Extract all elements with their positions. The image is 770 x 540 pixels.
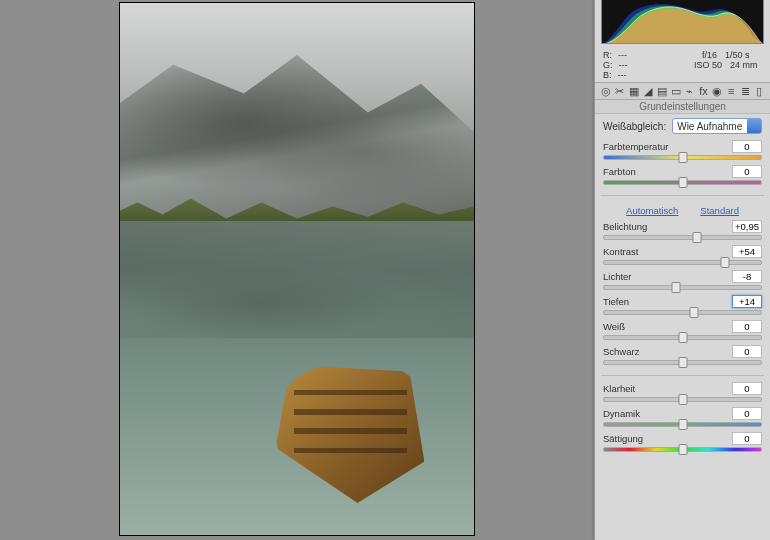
tool-strip: ◎ ✂ ▦ ◢ ▤ ▭ ⌁ fx ◉ ≡ ≣ ▯ <box>595 82 770 100</box>
tool-wb-picker-icon[interactable]: ◢ <box>641 85 655 97</box>
default-link[interactable]: Standard <box>700 205 739 216</box>
blacks-label: Schwarz <box>603 346 639 357</box>
temp-value[interactable] <box>732 140 762 153</box>
clarity-label: Klarheit <box>603 383 635 394</box>
saturation-slider[interactable] <box>603 445 762 454</box>
whites-slider[interactable] <box>603 333 762 342</box>
exif-iso: ISO 50 <box>694 60 722 70</box>
tool-presets-icon[interactable]: ≡ <box>724 85 738 97</box>
clarity-slider[interactable] <box>603 395 762 404</box>
g-value: --- <box>619 60 628 70</box>
b-value: --- <box>618 70 627 80</box>
tool-straighten-icon[interactable]: ▦ <box>627 85 641 97</box>
tool-zoom-icon[interactable]: ◎ <box>599 85 613 97</box>
contrast-slider[interactable] <box>603 258 762 267</box>
temp-slider[interactable] <box>603 153 762 162</box>
vibrance-slider[interactable] <box>603 420 762 429</box>
panel-section-title: Grundeinstellungen <box>595 100 770 114</box>
tool-grid-icon[interactable]: ▤ <box>655 85 669 97</box>
highlights-slider[interactable] <box>603 283 762 292</box>
wb-select[interactable]: Wie Aufnahme <box>672 118 762 134</box>
tool-curve-icon[interactable]: ⌁ <box>683 85 697 97</box>
exposure-value[interactable] <box>732 220 762 233</box>
develop-panel: R:--- G:--- B:--- f/161/50 s ISO 5024 mm… <box>594 0 770 540</box>
shadows-slider[interactable] <box>603 308 762 317</box>
b-label: B: <box>603 70 612 80</box>
tool-list-icon[interactable]: ≣ <box>738 85 752 97</box>
tool-aspect-icon[interactable]: ▭ <box>669 85 683 97</box>
tool-panel-icon[interactable]: ▯ <box>752 85 766 97</box>
temp-label: Farbtemperatur <box>603 141 668 152</box>
saturation-label: Sättigung <box>603 433 643 444</box>
tint-slider[interactable] <box>603 178 762 187</box>
whites-value[interactable] <box>732 320 762 333</box>
vibrance-value[interactable] <box>732 407 762 420</box>
image-canvas[interactable] <box>0 0 594 540</box>
tool-crop-icon[interactable]: ✂ <box>613 85 627 97</box>
exposure-label: Belichtung <box>603 221 647 232</box>
highlights-label: Lichter <box>603 271 632 282</box>
exposure-slider[interactable] <box>603 233 762 242</box>
shadows-value[interactable] <box>732 295 762 308</box>
exif-shutter: 1/50 s <box>725 50 750 60</box>
shadows-label: Tiefen <box>603 296 629 307</box>
histogram[interactable] <box>601 0 764 44</box>
blacks-slider[interactable] <box>603 358 762 367</box>
readout-meta: R:--- G:--- B:--- f/161/50 s ISO 5024 mm <box>595 48 770 82</box>
g-label: G: <box>603 60 613 70</box>
clarity-value[interactable] <box>732 382 762 395</box>
contrast-value[interactable] <box>732 245 762 258</box>
auto-link[interactable]: Automatisch <box>626 205 678 216</box>
exif-focal: 24 mm <box>730 60 758 70</box>
vibrance-label: Dynamik <box>603 408 640 419</box>
preview-image[interactable] <box>119 2 475 536</box>
tool-fx-icon[interactable]: fx <box>696 85 710 97</box>
r-label: R: <box>603 50 612 60</box>
tint-label: Farbton <box>603 166 636 177</box>
exif-aperture: f/16 <box>702 50 717 60</box>
wb-label: Weißabgleich: <box>603 121 666 132</box>
highlights-value[interactable] <box>732 270 762 283</box>
tint-value[interactable] <box>732 165 762 178</box>
whites-label: Weiß <box>603 321 625 332</box>
saturation-value[interactable] <box>732 432 762 445</box>
blacks-value[interactable] <box>732 345 762 358</box>
tool-redeye-icon[interactable]: ◉ <box>710 85 724 97</box>
contrast-label: Kontrast <box>603 246 638 257</box>
r-value: --- <box>618 50 627 60</box>
